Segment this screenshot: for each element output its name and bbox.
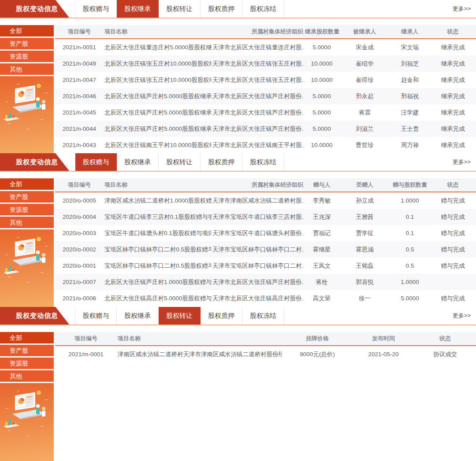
table-cell: 王凤文 — [304, 258, 339, 274]
table-cell: 10.0000 — [304, 55, 339, 72]
table-cell: 2021-05-20 — [353, 346, 414, 362]
table-cell: 1.0000 — [390, 274, 430, 290]
sidebar-item-全部[interactable]: 全部 — [0, 332, 54, 343]
table-cell: 天津市宝坻区牛道口镇塘头村股份... — [212, 225, 304, 241]
table-row[interactable]: 2021/n-0047北辰区大张庄镇张五庄村10.0000股股权继...天津市北… — [55, 72, 476, 88]
laptop-chart-illustration — [0, 383, 54, 461]
table-cell: 5.0000 — [304, 39, 339, 55]
table-cell: 天津市北辰区大张庄镇芦庄村股份... — [212, 121, 304, 137]
sidebar-item-资产股[interactable]: 资产股 — [0, 345, 54, 356]
tab-股权继承[interactable]: 股权继承 — [117, 153, 159, 171]
table-cell: 周万禄 — [390, 137, 430, 153]
table-row[interactable]: 2020/o-0005津南区咸水沽镇二道桥村1.0000股股权赠...天津市津南… — [55, 192, 476, 209]
column-header-赠与股权数量: 赠与股权数量 — [390, 178, 430, 192]
table-cell: 津南区咸水沽镇二道桥村天津市津南区咸水沽镇二道桥村股份经... — [117, 346, 282, 362]
table-row[interactable]: 2020/o-0002宝坻区林亭口镇林亭口二村0.5股股权赠与...天津市宝坻区… — [55, 241, 476, 258]
column-header-继承股权数量: 继承股权数量 — [304, 25, 339, 39]
equity-inheritance-table: 项目编号项目名称所属村集体经济组织继承股权数量被继承人继承人状态2021/n-0… — [55, 25, 476, 153]
table-cell: 邢福祝 — [390, 88, 430, 104]
table-cell: 天津市宝坻区林亭口镇林亭口二村... — [212, 258, 304, 274]
sidebar-item-全部[interactable]: 全部 — [0, 178, 54, 190]
table-cell: 协议成交 — [414, 346, 476, 362]
table-cell: 汪学建 — [390, 104, 430, 121]
tab-股权赠与[interactable]: 股权赠与 — [75, 0, 117, 18]
table-cell: 宝坻区林亭口镇林亭口二村0.5股股权赠与... — [104, 241, 212, 258]
tab-股权冻结[interactable]: 股权冻结 — [242, 307, 284, 325]
table-cell: 北辰区大张庄镇董连庄村5.0000股股权继... — [104, 39, 212, 55]
more-link[interactable]: 更多>> — [453, 153, 471, 171]
table-row[interactable]: 2020/o-0004宝坻区牛道口镇李三店村0.1股股权赠与项目天津市宝坻区牛道… — [55, 209, 476, 225]
table-row[interactable]: 2021/n-0043北辰区大张庄镇南王平村10.0000股股权继...天津市北… — [55, 137, 476, 153]
more-link[interactable]: 更多>> — [453, 307, 471, 325]
sidebar-item-资产股[interactable]: 资产股 — [0, 191, 54, 203]
column-header-项目名称: 项目名称 — [117, 332, 282, 346]
table-cell: 2020/o-0005 — [55, 192, 104, 209]
more-link[interactable]: 更多>> — [453, 0, 471, 18]
table-row[interactable]: 2021/n-0044北辰区大张庄镇芦庄村5.0000股股权继承...天津市北辰… — [55, 121, 476, 137]
table-cell: 天津市津南区咸水沽镇二道桥村股... — [212, 192, 304, 209]
sidebar-item-资源股[interactable]: 资源股 — [0, 204, 54, 215]
tab-股权继承[interactable]: 股权继承 — [117, 0, 159, 18]
table-cell: 北辰区大张庄镇张五庄村10.0000股股权继... — [104, 55, 212, 72]
table-row[interactable]: 2020/o-0003宝坻区牛道口镇塘头村0.1股股权赠与项目天津市宝坻区牛道口… — [55, 225, 476, 241]
sidebar-item-资源股[interactable]: 资源股 — [0, 51, 54, 62]
illustration-svg — [0, 383, 54, 454]
table-cell: 王雅茜 — [339, 209, 390, 225]
sidebar-item-资产股[interactable]: 资产股 — [0, 38, 54, 49]
table-cell: 霍思涵 — [339, 241, 390, 258]
table-cell: 继承完成 — [430, 104, 476, 121]
tab-股权质押[interactable]: 股权质押 — [201, 153, 242, 171]
sidebar-item-其他[interactable]: 其他 — [0, 217, 54, 228]
sidebar-item-全部[interactable]: 全部 — [0, 25, 54, 37]
sidebar-item-资源股[interactable]: 资源股 — [0, 358, 54, 369]
table-row[interactable]: 2021/m-0001津南区咸水沽镇二道桥村天津市津南区咸水沽镇二道桥村股份经.… — [55, 346, 476, 362]
column-header-被继承人: 被继承人 — [339, 25, 390, 39]
table-cell: 2021/n-0049 — [55, 55, 104, 72]
tab-股权赠与[interactable]: 股权赠与 — [75, 153, 117, 171]
laptop-chart-illustration — [0, 76, 54, 153]
table-cell: 2020/o-0002 — [55, 241, 104, 258]
column-header-赠与人: 赠与人 — [304, 178, 339, 192]
table-cell: 2021/n-0044 — [55, 121, 104, 137]
tab-bar: 股权赠与股权继承股权转让股权质押股权冻结 — [75, 0, 476, 18]
sidebar-item-其他[interactable]: 其他 — [0, 370, 54, 382]
table-row[interactable]: 2021/o-0006北辰区大张庄镇高庄村5.0000股股权赠与...天津市北辰… — [55, 290, 476, 306]
tab-股权转让[interactable]: 股权转让 — [159, 307, 201, 325]
table-row[interactable]: 2021/n-0046北辰区大张庄镇芦庄村5.0000股股权继承...天津市北辰… — [55, 88, 476, 104]
table-cell: 2021/n-0045 — [55, 104, 104, 121]
table-cell: 赵金和 — [390, 72, 430, 88]
table-cell: 继承完成 — [430, 72, 476, 88]
table-cell: 2020/o-0003 — [55, 225, 104, 241]
tab-股权质押[interactable]: 股权质押 — [201, 307, 242, 325]
column-header-项目编号: 项目编号 — [55, 178, 104, 192]
table-cell: 2021/n-0043 — [55, 137, 104, 153]
tab-股权继承[interactable]: 股权继承 — [117, 307, 159, 325]
table-cell: 蒋震 — [339, 104, 390, 121]
table-cell: 崔绍华 — [339, 55, 390, 72]
illustration-svg — [0, 76, 54, 147]
table-cell: 蒋栓 — [304, 274, 339, 290]
column-header-项目编号: 项目编号 — [55, 332, 117, 346]
table-row[interactable]: 2021/n-0045北辰区大张庄镇芦庄村5.0000股股权继承...天津市北辰… — [55, 104, 476, 121]
column-header-项目名称: 项目名称 — [104, 25, 212, 39]
table-row[interactable]: 2021/n-0051北辰区大张庄镇董连庄村5.0000股股权继...天津市北辰… — [55, 39, 476, 55]
tab-股权冻结[interactable]: 股权冻结 — [242, 0, 284, 18]
section-equity-inheritance: 股权变动信息 股权赠与股权继承股权转让股权质押股权冻结 更多>> 全部资产股资源… — [0, 0, 476, 153]
table-row[interactable]: 2021/n-0049北辰区大张庄镇张五庄村10.0000股股权继...天津市北… — [55, 55, 476, 72]
sidebar-item-其他[interactable]: 其他 — [0, 63, 54, 75]
section-ribbon: 股权变动信息 — [0, 153, 71, 171]
tab-股权冻结[interactable]: 股权冻结 — [242, 153, 284, 171]
table-row[interactable]: 2021/o-0007北辰区大张庄镇芦庄村1.0000股股权赠与...天津市北辰… — [55, 274, 476, 290]
column-header-继承人: 继承人 — [390, 25, 430, 39]
table-cell: 9000元(总价) — [282, 346, 353, 362]
table-cell: 2021/n-0046 — [55, 88, 104, 104]
table-cell: 郭喜悦 — [339, 274, 390, 290]
table-cell: 孙立成 — [339, 192, 390, 209]
tab-股权质押[interactable]: 股权质押 — [201, 0, 242, 18]
table-row[interactable]: 2020/o-0001宝坻区林亭口镇林亭口二村0.5股股权赠与...天津市宝坻区… — [55, 258, 476, 274]
tab-股权赠与[interactable]: 股权赠与 — [75, 307, 117, 325]
tab-股权转让[interactable]: 股权转让 — [159, 153, 201, 171]
table-cell: 2021/o-0007 — [55, 274, 104, 290]
tab-股权转让[interactable]: 股权转让 — [159, 0, 201, 18]
column-header-挂牌价格: 挂牌价格 — [282, 332, 353, 346]
